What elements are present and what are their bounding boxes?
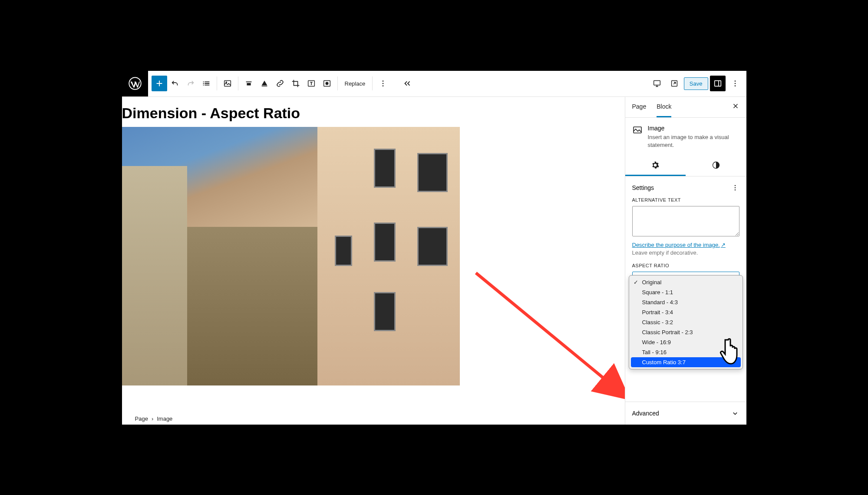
add-block-button[interactable] [152,76,167,91]
aspect-option-square[interactable]: Square - 1:1 [629,287,743,297]
duotone-icon [322,79,332,88]
undo-icon [170,79,180,88]
svg-line-16 [476,273,624,395]
external-link-icon: ↗ [721,242,726,248]
block-name: Image [648,125,739,132]
svg-point-9 [383,85,384,86]
undo-button[interactable] [167,76,183,91]
image-block[interactable] [122,127,460,385]
svg-point-20 [734,187,736,189]
alt-text-label: ALTERNATIVE TEXT [632,197,739,203]
aspect-option-custom[interactable]: Custom Ratio 3:7 [631,357,741,367]
sub-tab-settings[interactable] [625,156,686,176]
svg-rect-12 [714,81,721,86]
breadcrumb-current[interactable]: Image [157,415,172,422]
collapse-toolbar-button[interactable] [399,76,415,91]
redo-button[interactable] [183,76,198,91]
external-link-icon [670,79,679,88]
close-icon [732,102,739,110]
svg-point-15 [734,85,736,86]
block-description: Insert an image to make a visual stateme… [648,133,739,149]
svg-rect-10 [654,81,660,85]
view-page-button[interactable] [667,76,682,91]
duotone-button[interactable] [319,76,335,91]
breadcrumb-parent[interactable]: Page [135,415,148,422]
styles-icon [712,161,720,169]
aspect-ratio-label: ASPECT RATIO [632,263,739,268]
svg-point-7 [383,80,384,82]
save-button[interactable]: Save [684,77,708,90]
chevron-down-icon [731,409,739,418]
tab-block[interactable]: Block [657,97,671,117]
redo-icon [186,79,195,88]
breadcrumb: Page › Image [135,415,173,422]
settings-sidebar-toggle[interactable] [710,76,726,91]
link-button[interactable] [272,76,288,91]
svg-point-21 [734,189,736,191]
aspect-option-classic[interactable]: Classic - 3:2 [629,317,743,327]
aspect-ratio-dropdown: Original Square - 1:1 Standard - 4:3 Por… [629,275,743,369]
sub-tab-styles[interactable] [686,156,746,176]
image-icon [223,79,232,88]
svg-point-6 [326,82,328,85]
separator [238,76,238,90]
settings-sidebar: Page Block Image Insert an image to make… [625,97,746,425]
aspect-option-wide[interactable]: Wide - 16:9 [629,337,743,347]
sidebar-icon [713,79,723,88]
caption-icon [260,79,269,88]
link-icon [275,79,285,88]
close-sidebar-button[interactable] [732,102,739,112]
alt-text-input[interactable] [632,206,739,236]
desktop-icon [652,79,662,88]
wordpress-logo[interactable] [122,70,148,96]
more-vertical-icon [378,79,388,88]
svg-point-2 [226,82,227,83]
advanced-panel-toggle[interactable]: Advanced [625,402,746,425]
aspect-option-portrait[interactable]: Portrait - 3:4 [629,307,743,317]
alt-text-help-link[interactable]: Describe the purpose of the image. ↗ [632,242,726,248]
image-icon [632,125,643,135]
align-icon [244,79,254,88]
gear-icon [651,161,660,169]
more-options-button[interactable] [375,76,391,91]
image-block-button[interactable] [220,76,235,91]
document-overview-button[interactable] [198,76,214,91]
annotation-arrow [472,269,625,403]
list-icon [201,79,211,88]
alt-text-help-text: Leave empty if decorative. [632,249,739,256]
crop-button[interactable] [288,76,304,91]
options-button[interactable] [727,76,743,91]
svg-rect-3 [261,86,267,86]
editor-canvas[interactable]: Dimension - Aspect Ratio Page › I [122,97,625,425]
text-icon [307,79,316,88]
svg-point-14 [734,83,736,84]
aspect-option-classic-portrait[interactable]: Classic Portrait - 2:3 [629,327,743,337]
svg-point-13 [734,80,736,82]
aspect-option-original[interactable]: Original [629,277,743,287]
view-desktop-button[interactable] [649,76,665,91]
crop-icon [291,79,300,88]
separator [372,76,373,90]
chevron-right-icon: › [152,415,153,422]
separator [337,76,338,90]
svg-point-19 [734,185,736,186]
tab-page[interactable]: Page [632,97,647,117]
text-overlay-button[interactable] [304,76,319,91]
chevron-double-left-icon [403,79,412,88]
align-button[interactable] [241,76,257,91]
aspect-option-tall[interactable]: Tall - 9:16 [629,347,743,357]
more-vertical-icon[interactable] [731,183,739,192]
svg-point-8 [383,83,384,84]
separator [217,76,217,90]
aspect-option-standard[interactable]: Standard - 4:3 [629,297,743,307]
settings-section-title: Settings [632,184,654,191]
more-vertical-icon [730,79,740,88]
replace-button[interactable]: Replace [340,78,370,90]
top-toolbar: Replace Save [122,71,746,97]
plus-icon [155,79,164,88]
caption-button[interactable] [257,76,272,91]
page-title[interactable]: Dimension - Aspect Ratio [122,97,625,127]
